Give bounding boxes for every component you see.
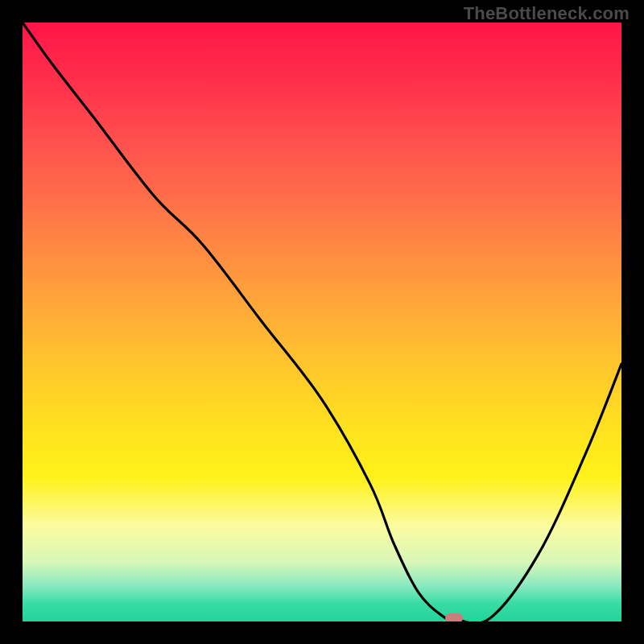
chart-frame: TheBottleneck.com	[0, 0, 644, 644]
optimal-point-marker	[445, 613, 463, 621]
watermark-label: TheBottleneck.com	[464, 3, 630, 24]
bottleneck-curve	[23, 23, 621, 621]
plot-area	[23, 23, 621, 621]
